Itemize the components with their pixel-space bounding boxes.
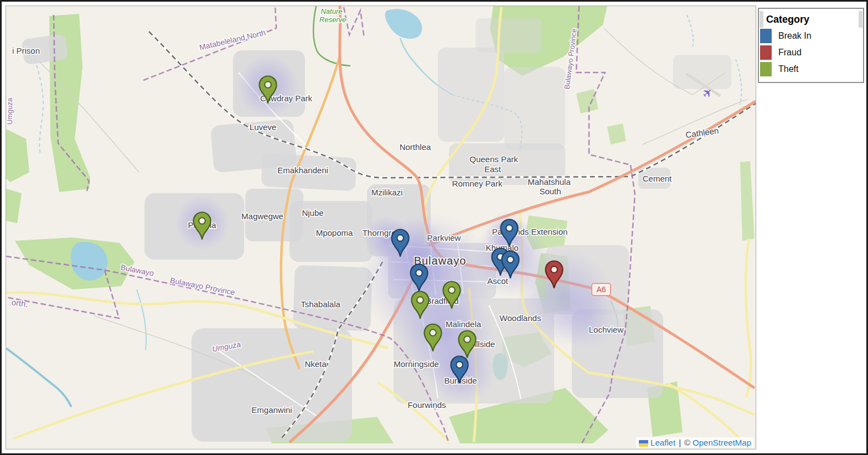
- map-attribution: Leaflet | © OpenStreetMap: [636, 437, 754, 448]
- map-place-label: Parkview: [427, 233, 461, 242]
- category-legend: Category Break InFraudTheft: [758, 8, 864, 83]
- map-place-label: Umguza: [6, 97, 14, 125]
- map-place-label: Northlea: [400, 142, 431, 152]
- legend-title: Category: [766, 14, 809, 25]
- map-place-label: Woodlands: [500, 313, 541, 323]
- map-place-label: Mahatshula: [528, 177, 571, 187]
- copyright-symbol: ©: [684, 438, 690, 447]
- map-place-label: orth.: [11, 297, 29, 309]
- map-place-label: Fourwinds: [407, 400, 446, 410]
- legend-item[interactable]: Fraud: [759, 44, 863, 61]
- legend-header-bar-right: [859, 11, 862, 28]
- legend-swatch: [760, 62, 772, 76]
- ukraine-flag-icon: [639, 440, 648, 447]
- map-place-label: Tshabalala: [301, 299, 340, 309]
- map-place-label: Malindela: [446, 319, 482, 329]
- map-place-label: Reserve: [319, 15, 346, 24]
- map-place-label: East: [484, 164, 502, 174]
- legend-swatch: [760, 45, 772, 60]
- map-place-label: Mzilikazi: [371, 188, 403, 197]
- map-place-label: Luveve: [250, 122, 276, 132]
- map-place-label: Queens Park: [469, 154, 518, 164]
- map-place-label: i Prison: [12, 46, 40, 55]
- map-place-label: Emganwini: [251, 405, 292, 415]
- map-place-label: Nketa: [304, 359, 327, 369]
- road-badge-a6: A6: [592, 283, 611, 296]
- legend-item-label: Theft: [778, 64, 798, 74]
- map-canvas[interactable]: i PrisonNatureReserveMatabeleland NorthU…: [6, 6, 756, 449]
- map-place-label: Morningside: [394, 359, 439, 369]
- legend-swatch: [760, 29, 772, 43]
- map-place-label: Cement: [643, 174, 672, 183]
- map-place-label: South: [539, 187, 561, 196]
- road-badge-label: A6: [596, 285, 606, 294]
- map-place-label: Emakhandeni: [277, 166, 328, 175]
- map-place-label: Matabeleland North: [199, 28, 267, 52]
- map-place-label: Mpopoma: [316, 228, 353, 237]
- map-place-label: Nature: [321, 7, 342, 15]
- legend-item-label: Fraud: [778, 48, 802, 58]
- leaflet-link[interactable]: Leaflet: [650, 438, 675, 447]
- legend-items: Break InFraudTheft: [759, 28, 863, 77]
- map-place-label: Romney Park: [452, 179, 503, 188]
- openstreetmap-link[interactable]: OpenStreetMap: [693, 438, 751, 447]
- legend-header-bar-left: [760, 11, 763, 28]
- basemap-svg: i PrisonNatureReserveMatabeleland NorthU…: [6, 6, 756, 449]
- map-place-label: Magwegwe: [241, 211, 283, 221]
- legend-item-label: Break In: [778, 31, 812, 41]
- attribution-separator: |: [679, 438, 681, 447]
- legend-item[interactable]: Break In: [759, 28, 863, 44]
- screenshot-frame: i PrisonNatureReserveMatabeleland NorthU…: [0, 0, 868, 455]
- map-place-label: Ascot: [487, 276, 508, 286]
- legend-header: Category: [759, 11, 863, 28]
- legend-item[interactable]: Theft: [759, 61, 863, 77]
- map-place-label: Njube: [302, 208, 323, 218]
- map-place-label: Lochview: [589, 325, 624, 334]
